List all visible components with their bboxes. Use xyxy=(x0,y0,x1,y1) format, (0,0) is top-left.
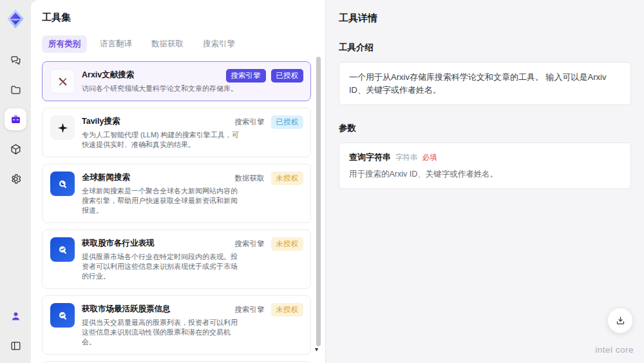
tool-card[interactable]: Arxiv文献搜索 访问各个研究领域大量科学论文和文章的存储库。 搜索引擎 已授… xyxy=(42,61,311,101)
scrollbar[interactable] xyxy=(316,57,321,346)
sidebar-item-toolbox[interactable] xyxy=(5,108,26,130)
page-title: 工具集 xyxy=(42,12,311,24)
arxiv-icon xyxy=(50,69,75,93)
tool-card[interactable]: 获取市场最活跃股票信息 提供当天交易量最高的股票列表，投资者可以利用这些信息来识… xyxy=(42,295,311,355)
tool-auth-badge: 未授权 xyxy=(271,237,304,251)
avatar[interactable] xyxy=(5,305,26,327)
sidebar xyxy=(0,0,31,363)
tool-description: 全球新闻搜索是一个聚合全球各大新闻网站内容的搜索引擎，帮助用户快速获取全球最新资… xyxy=(82,186,243,215)
stock-search-icon xyxy=(50,237,75,262)
intel-core-logo: intel core xyxy=(595,345,634,355)
tool-list-panel: 工具集 所有类别语言翻译数据获取搜索引擎 Arxiv文献搜索 访问各个研究领域大… xyxy=(31,0,325,363)
sidebar-item-cube[interactable] xyxy=(5,138,26,160)
tool-card[interactable]: 全球新闻搜索 全球新闻搜索是一个聚合全球各大新闻网站内容的搜索引擎，帮助用户快速… xyxy=(42,164,311,223)
param-required-flag: 必填 xyxy=(422,153,437,162)
tool-category-tag: 搜索引擎 xyxy=(234,237,266,251)
tool-category-tag: 搜索引擎 xyxy=(234,115,266,129)
tool-card[interactable]: 获取股市各行业表现 提供股票市场各个行业在特定时间段内的表现。投资者可以利用这些… xyxy=(42,230,311,289)
news-search-icon xyxy=(50,172,75,196)
intro-text: 一个用于从Arxiv存储库搜索科学论文和文章的工具。 输入可以是Arxiv ID… xyxy=(349,71,621,96)
sidebar-item-chat[interactable] xyxy=(5,49,26,71)
tab-translate[interactable]: 语言翻译 xyxy=(93,35,138,53)
tool-description: 提供股票市场各个行业在特定时间段内的表现。投资者可以利用这些信息来识别表现优于或… xyxy=(82,252,243,281)
tool-description: 专为人工智能代理 (LLM) 构建的搜索引擎工具，可快速提供实时、准确和真实的结… xyxy=(82,130,243,150)
tool-detail-panel: 工具详情 工具介绍 一个用于从Arxiv存储库搜索科学论文和文章的工具。 输入可… xyxy=(325,0,644,363)
sidebar-item-gear[interactable] xyxy=(5,168,26,190)
param-description: 用于搜索的Arxiv ID、关键字或作者姓名。 xyxy=(349,169,621,180)
download-button[interactable] xyxy=(607,308,633,333)
tool-category-tag: 搜索引擎 xyxy=(226,69,266,83)
scrollbar-thumb[interactable] xyxy=(316,57,321,346)
tool-description: 提供当天交易量最高的股票列表，投资者可以利用这些信息来识别流动性强的股票和潜在的… xyxy=(82,318,243,347)
category-tabs: 所有类别语言翻译数据获取搜索引擎 xyxy=(42,35,311,53)
param-type: 字符串 xyxy=(395,153,418,162)
tab-data[interactable]: 数据获取 xyxy=(145,35,190,53)
detail-title: 工具详情 xyxy=(339,12,631,25)
param-box: 查询字符串 字符串 必填 用于搜索的Arxiv ID、关键字或作者姓名。 xyxy=(339,142,631,189)
tool-card[interactable]: Tavily搜索 专为人工智能代理 (LLM) 构建的搜索引擎工具，可快速提供实… xyxy=(42,108,311,157)
tab-search[interactable]: 搜索引擎 xyxy=(196,35,242,53)
main-content: 工具集 所有类别语言翻译数据获取搜索引擎 Arxiv文献搜索 访问各个研究领域大… xyxy=(31,0,644,363)
tool-auth-badge: 未授权 xyxy=(271,172,304,185)
param-name: 查询字符串 xyxy=(349,152,391,163)
sidebar-nav xyxy=(5,49,26,197)
tab-all[interactable]: 所有类别 xyxy=(42,35,87,53)
tool-description: 访问各个研究领域大量科学论文和文章的存储库。 xyxy=(82,84,243,93)
scroll-down-icon[interactable]: ▾ xyxy=(315,346,318,353)
intro-box: 一个用于从Arxiv存储库搜索科学论文和文章的工具。 输入可以是Arxiv ID… xyxy=(339,62,631,105)
tool-auth-badge: 已授权 xyxy=(271,115,304,129)
app-logo-icon xyxy=(5,8,26,30)
tool-auth-badge: 未授权 xyxy=(271,303,304,317)
download-icon xyxy=(615,315,626,326)
tavily-star-icon xyxy=(50,115,75,140)
sidebar-item-folder[interactable] xyxy=(5,79,26,101)
panel-toggle-icon[interactable] xyxy=(5,335,26,357)
tool-list: Arxiv文献搜索 访问各个研究领域大量科学论文和文章的存储库。 搜索引擎 已授… xyxy=(42,61,311,363)
stock-search-icon xyxy=(50,303,75,328)
tool-category-tag: 数据获取 xyxy=(234,172,266,185)
tool-auth-badge: 已授权 xyxy=(271,69,304,83)
tool-category-tag: 搜索引擎 xyxy=(234,303,266,317)
app-window: 工具集 所有类别语言翻译数据获取搜索引擎 Arxiv文献搜索 访问各个研究领域大… xyxy=(0,0,644,363)
params-heading: 参数 xyxy=(339,123,631,134)
intro-heading: 工具介绍 xyxy=(339,42,631,54)
